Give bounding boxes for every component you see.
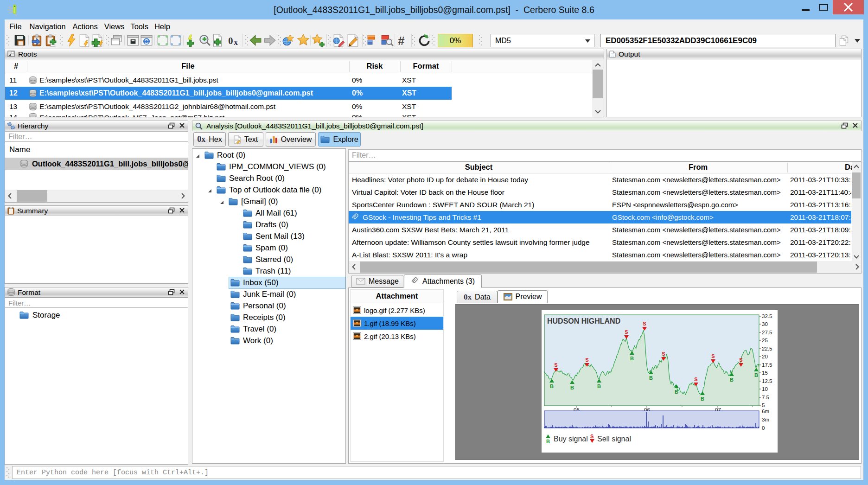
svg-text:22.5: 22.5	[762, 346, 772, 351]
svg-text:B: B	[649, 375, 653, 381]
svg-text:Sell signal: Sell signal	[597, 435, 631, 443]
svg-text:S: S	[739, 357, 742, 363]
svg-text:S: S	[585, 357, 588, 363]
svg-text:Buy signal: Buy signal	[554, 435, 588, 443]
svg-text:17.5: 17.5	[762, 362, 772, 368]
svg-text:S: S	[711, 353, 715, 359]
svg-text:B: B	[550, 383, 554, 389]
svg-text:B: B	[730, 377, 734, 383]
svg-text:S: S	[590, 434, 594, 439]
svg-text:25: 25	[762, 338, 768, 343]
svg-text:0: 0	[228, 36, 233, 46]
svg-text:5: 5	[762, 402, 765, 408]
svg-text:B: B	[630, 356, 634, 361]
svg-text:30: 30	[762, 321, 768, 327]
svg-text:B: B	[754, 372, 758, 378]
svg-text:3m: 3m	[762, 417, 769, 422]
svg-text:10: 10	[762, 386, 768, 392]
svg-text:S: S	[694, 377, 697, 382]
svg-text:B: B	[675, 389, 678, 395]
svg-text:#: #	[398, 34, 404, 47]
svg-text:B: B	[701, 396, 704, 402]
svg-text:x: x	[234, 38, 238, 47]
svg-text:27.5: 27.5	[762, 330, 772, 335]
svg-text:HUDSON HIGHLAND: HUDSON HIGHLAND	[547, 317, 620, 325]
svg-text:15: 15	[762, 370, 768, 376]
svg-text:20: 20	[762, 354, 768, 359]
svg-text:S: S	[662, 351, 665, 357]
svg-text:12.5: 12.5	[762, 378, 772, 384]
svg-text:6m: 6m	[762, 408, 769, 414]
svg-text:B: B	[570, 385, 574, 390]
svg-text:0: 0	[762, 425, 765, 431]
svg-text:S: S	[554, 362, 557, 368]
svg-text:S: S	[625, 329, 628, 335]
svg-text:B: B	[597, 383, 601, 389]
svg-text:32.5: 32.5	[762, 313, 772, 319]
svg-text:B: B	[546, 439, 550, 444]
svg-text:S: S	[643, 321, 646, 326]
svg-text:7.5: 7.5	[762, 395, 769, 400]
